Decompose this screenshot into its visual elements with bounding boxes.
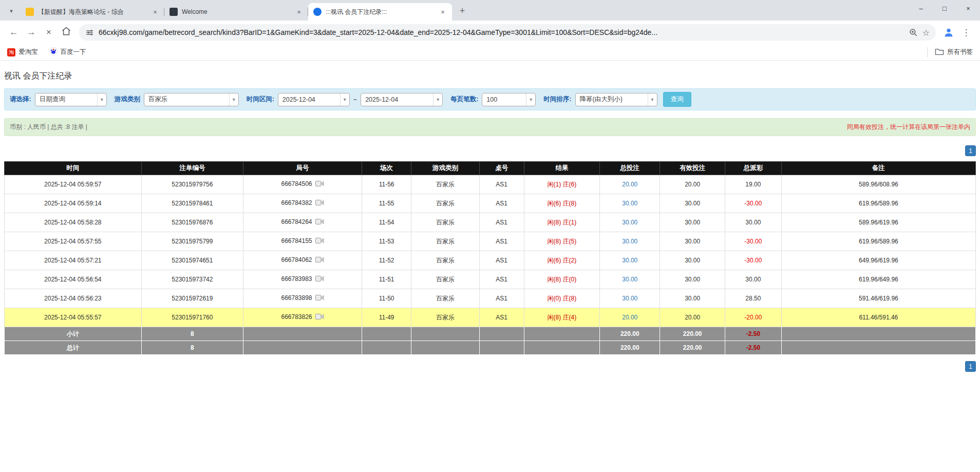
forum-favicon-icon: [26, 8, 34, 16]
tab-welcome[interactable]: Welcome ×: [164, 3, 308, 21]
result-player: 闲(8): [548, 276, 561, 283]
date-end-select[interactable]: 2025-12-04 ▾: [361, 93, 443, 106]
tab-search-button[interactable]: ▾: [4, 4, 18, 18]
session-cell: 11-54: [362, 213, 411, 232]
bookmark-baidu[interactable]: 百度一下: [49, 47, 86, 57]
time-cell: 2025-12-04 05:56:54: [5, 270, 142, 289]
session-cell: 11-51: [362, 270, 411, 289]
tab-betrecord[interactable]: :::视讯 会员下注纪录::: ×: [308, 3, 452, 21]
menu-kebab-icon[interactable]: ⋮: [957, 24, 975, 41]
result-cell: 闲(0) 庄(8): [524, 289, 599, 308]
date-start-value: 2025-12-04: [278, 96, 340, 103]
subtotal-row-cell: -2.50: [725, 327, 782, 341]
close-tab-icon[interactable]: ×: [439, 8, 447, 16]
payout-cell: 19.00: [725, 175, 782, 194]
video-replay-icon[interactable]: [315, 294, 324, 303]
sort-value: 降幂(由大到小): [576, 95, 648, 104]
video-replay-icon[interactable]: [315, 275, 324, 284]
table-no-cell: AS1: [479, 270, 524, 289]
result-cell: 闲(8) 庄(1): [524, 213, 599, 232]
result-player: 闲(8): [548, 219, 561, 226]
game-type-cell: 百家乐: [411, 194, 479, 213]
taobao-icon: 淘: [7, 48, 15, 56]
note-cell: 589.96/619.96: [781, 213, 975, 232]
date-range-tilde: ~: [353, 96, 357, 103]
note-cell: 591.46/619.96: [781, 289, 975, 308]
new-tab-button[interactable]: +: [455, 4, 469, 18]
address-bar[interactable]: 66cxkj98.com/game/betrecord_search/kind3…: [79, 24, 936, 41]
total-bet-link[interactable]: 30.00: [600, 213, 660, 232]
page-number-button[interactable]: 1: [965, 145, 976, 156]
date-start-select[interactable]: 2025-12-04 ▾: [278, 93, 350, 106]
session-cell: 11-50: [362, 289, 411, 308]
column-header: 局号: [243, 162, 362, 175]
all-bookmarks-button[interactable]: 所有书签: [927, 47, 973, 58]
close-tab-icon[interactable]: ×: [295, 8, 303, 16]
session-cell: 11-56: [362, 175, 411, 194]
payout-cell: -30.00: [725, 251, 782, 270]
stop-button[interactable]: ×: [40, 24, 58, 41]
total-bet-link[interactable]: 30.00: [600, 270, 660, 289]
video-replay-icon[interactable]: [315, 180, 324, 188]
page-size-select[interactable]: 100 ▾: [482, 93, 536, 106]
total-bet-link[interactable]: 30.00: [600, 289, 660, 308]
total-bet-link[interactable]: 30.00: [600, 232, 660, 251]
home-button[interactable]: [58, 24, 75, 41]
bookmark-taobao[interactable]: 淘 爱淘宝: [7, 48, 38, 56]
total-bet-link[interactable]: 20.00: [600, 175, 660, 194]
valid-bet-cell: 30.00: [660, 251, 725, 270]
video-replay-icon[interactable]: [315, 313, 324, 322]
result-banker: 庄(5): [563, 238, 577, 245]
total-row-cell: [524, 341, 599, 355]
bookmark-star-icon[interactable]: ☆: [922, 28, 930, 37]
valid-bet-cell: 30.00: [660, 213, 725, 232]
forward-button[interactable]: →: [23, 24, 40, 41]
video-replay-icon[interactable]: [315, 237, 324, 246]
query-type-select[interactable]: 日期查询 ▾: [35, 93, 107, 106]
total-bet-link[interactable]: 30.00: [600, 251, 660, 270]
window-controls: – □ ×: [909, 0, 980, 16]
page-number-button[interactable]: 1: [965, 361, 976, 372]
profile-icon[interactable]: [940, 24, 957, 41]
game-type-select[interactable]: 百家乐 ▾: [144, 93, 239, 106]
video-replay-icon[interactable]: [315, 199, 324, 207]
time-cell: 2025-12-04 05:58:28: [5, 213, 142, 232]
total-bet-link[interactable]: 20.00: [600, 308, 660, 327]
valid-bet-cell: 30.00: [660, 194, 725, 213]
time-cell: 2025-12-04 05:57:55: [5, 232, 142, 251]
back-button[interactable]: ←: [5, 24, 23, 41]
result-player: 闲(8): [548, 238, 561, 245]
url-text[interactable]: 66cxkj98.com/game/betrecord_search/kind3…: [99, 28, 904, 36]
session-cell: 11-52: [362, 251, 411, 270]
table-row: 2025-12-04 05:55:57523015971760666783826…: [5, 308, 976, 327]
site-settings-icon[interactable]: [85, 28, 94, 37]
table-no-cell: AS1: [479, 289, 524, 308]
table-no-cell: AS1: [479, 175, 524, 194]
time-cell: 2025-12-04 05:55:57: [5, 308, 142, 327]
video-replay-icon[interactable]: [315, 218, 324, 226]
sort-select[interactable]: 降幂(由大到小) ▾: [575, 93, 657, 106]
chevron-down-icon: ▾: [97, 93, 106, 106]
game-type-cell: 百家乐: [411, 175, 479, 194]
maximize-button[interactable]: □: [933, 0, 956, 16]
total-row-cell: [362, 341, 411, 355]
payout-cell: -30.00: [725, 232, 782, 251]
tab-forum[interactable]: 【新提醒】海燕策略论坛 - 综合 ×: [21, 3, 164, 21]
date-end-value: 2025-12-04: [361, 96, 433, 103]
minimize-button[interactable]: –: [909, 0, 933, 16]
result-banker: 庄(2): [563, 257, 577, 264]
result-banker: 庄(6): [563, 181, 577, 188]
all-bookmarks-label: 所有书签: [947, 48, 973, 56]
zoom-icon[interactable]: [909, 28, 918, 37]
kebab-glyph: ⋮: [962, 27, 971, 38]
round-cell: 666784506: [243, 175, 362, 194]
close-tab-icon[interactable]: ×: [151, 8, 159, 16]
chevron-down-icon: ▾: [648, 93, 657, 106]
total-bet-link[interactable]: 30.00: [600, 194, 660, 213]
video-replay-icon[interactable]: [315, 256, 324, 265]
search-button[interactable]: 查询: [663, 92, 691, 107]
round-number: 666784382: [281, 199, 312, 206]
round-cell: 666783898: [243, 289, 362, 308]
close-window-button[interactable]: ×: [956, 0, 980, 16]
result-cell: 闲(6) 庄(2): [524, 251, 599, 270]
